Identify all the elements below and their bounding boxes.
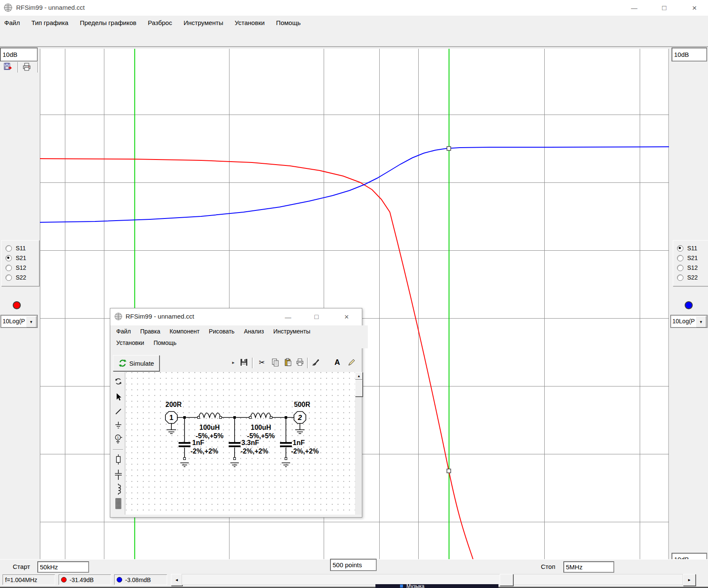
copy-icon (271, 358, 280, 367)
menu-settings[interactable]: Установки (235, 19, 265, 26)
schematic-title-bar[interactable]: RFSim99 - unnamed.cct — □ × (110, 308, 362, 325)
red-cursor-marker[interactable] (447, 469, 451, 473)
right-combo-button[interactable]: ▼ (696, 316, 706, 328)
right-format-combo[interactable]: 10Log(P ▼ (670, 315, 708, 328)
text-tool-button[interactable]: A (333, 357, 342, 368)
right-radio-s22[interactable]: S22 (677, 273, 698, 282)
right-radio-s11[interactable]: S11 (677, 244, 697, 252)
save-export-button[interactable] (1, 61, 15, 73)
inductor-tool[interactable] (113, 483, 123, 495)
menu-spread[interactable]: Разброс (148, 19, 172, 26)
wire-tool[interactable] (113, 406, 123, 417)
title-bar[interactable]: RFSim99 - unnamed.cct — □ × (0, 0, 708, 16)
left-radio-s11[interactable]: S11 (6, 244, 26, 252)
transformer-tool[interactable] (113, 498, 123, 510)
cursor-scroll-left-button[interactable]: ◄ (171, 574, 182, 586)
save-button[interactable] (238, 357, 249, 368)
left-format-combo[interactable]: 10Log(P ▼ (0, 315, 38, 328)
menu-help[interactable]: Помощь (276, 19, 301, 26)
toolbar-separator (17, 62, 19, 73)
right-radio-s21[interactable]: S21 (677, 254, 698, 262)
menu-graph-type[interactable]: Тип графика (31, 19, 68, 26)
scroll-right-icon: ► (688, 578, 691, 582)
blue-trace-readout: -3.08mdB (114, 574, 167, 585)
scroll-up-icon: ▲ (357, 374, 361, 378)
scroll-up-button[interactable]: ▲ (355, 372, 363, 380)
capacitor-tool[interactable] (113, 469, 123, 481)
left-radio-s21[interactable]: S21 (6, 254, 26, 262)
left-radio-s22[interactable]: S22 (6, 273, 26, 282)
simulate-button[interactable]: Simulate (113, 355, 160, 371)
menu-file[interactable]: Файл (116, 328, 131, 335)
menu-help[interactable]: Помощь (154, 339, 176, 346)
cut-button[interactable]: ✂ (256, 357, 267, 368)
c3-tolerance: -2%,+2% (291, 448, 319, 455)
partial-toolbar-icon[interactable]: ▸ (230, 357, 236, 368)
paste-button[interactable] (283, 357, 294, 368)
menu-component[interactable]: Компонент (170, 328, 200, 335)
schematic-canvas[interactable]: 200R 500R 1 2 100uH -5%,+5% 100uH -5%,+5… (126, 372, 355, 515)
maximize-button[interactable]: □ (308, 308, 325, 325)
paint-button[interactable] (311, 357, 322, 368)
toolbar-separator (37, 62, 39, 73)
menu-tools[interactable]: Инструменты (184, 19, 224, 26)
left-trace-selector: S11 S21 S12 S22 (1, 240, 39, 286)
ground-tool[interactable] (113, 419, 123, 431)
close-icon: × (344, 313, 349, 322)
minimize-button[interactable]: — (625, 0, 644, 16)
start-frequency-input[interactable]: 50kHz (37, 561, 89, 573)
palette-divider (113, 449, 123, 450)
menu-draw[interactable]: Рисовать (209, 328, 235, 335)
left-scale-value: 10dB (3, 51, 17, 58)
l2-tolerance: -5%,+5% (247, 432, 274, 440)
right-scale-input[interactable]: 10dB (672, 48, 707, 62)
rotate-tool[interactable] (113, 375, 123, 387)
right-radio-s12[interactable]: S12 (677, 263, 698, 272)
close-button[interactable]: × (338, 308, 355, 325)
blue-cursor-marker[interactable] (447, 147, 451, 151)
menu-graph-limits[interactable]: Пределы графиков (80, 19, 136, 26)
print-button[interactable] (20, 61, 34, 73)
cursor-scrollbar-thumb[interactable] (500, 574, 513, 586)
menu-tools[interactable]: Инструменты (273, 328, 310, 335)
left-combo-button[interactable]: ▼ (26, 316, 36, 328)
pencil-button[interactable] (346, 357, 357, 368)
radio-label: S22 (16, 274, 26, 281)
taskbar-fragment[interactable]: Музыка (375, 584, 498, 588)
close-button[interactable]: × (685, 0, 704, 16)
rotate-icon (114, 377, 123, 386)
l1-value: 100uH (199, 424, 220, 431)
cursor-scrollbar-track[interactable] (182, 574, 683, 585)
save-export-icon (3, 62, 13, 72)
transformer-icon (114, 498, 123, 510)
radio-icon-selected (6, 255, 12, 261)
schematic-window[interactable]: RFSim99 - unnamed.cct — □ × Файл Правка … (110, 308, 362, 518)
start-frequency-value: 50kHz (40, 563, 58, 571)
left-scale-input[interactable]: 10dB (0, 48, 38, 62)
cursor-scroll-right-button[interactable]: ► (683, 574, 696, 586)
scroll-thumb[interactable] (355, 380, 363, 397)
radio-label: S21 (687, 255, 698, 261)
minimize-button[interactable]: — (280, 308, 297, 325)
toolbar-separator (307, 358, 309, 368)
left-radio-s12[interactable]: S12 (6, 263, 26, 272)
resistor-icon (114, 454, 123, 465)
menu-file[interactable]: Файл (4, 19, 20, 26)
stop-frequency-input[interactable]: 5MHz (563, 561, 614, 573)
print-button[interactable] (294, 357, 305, 368)
canvas-scrollbar[interactable]: ▲ (355, 372, 362, 515)
port-tool[interactable]: 1 (113, 433, 123, 445)
points-value: 500 points (333, 561, 362, 568)
copy-button[interactable] (270, 357, 281, 368)
menu-analysis[interactable]: Анализ (244, 328, 264, 335)
maximize-icon: □ (662, 4, 666, 12)
select-tool[interactable] (113, 391, 123, 403)
radio-label: S11 (687, 245, 697, 252)
maximize-button[interactable]: □ (655, 0, 674, 16)
simulate-label: Simulate (129, 360, 154, 367)
resistor-tool[interactable] (113, 454, 123, 465)
menu-settings[interactable]: Установки (116, 339, 144, 346)
scroll-left-icon: ◄ (175, 578, 179, 582)
menu-edit[interactable]: Правка (140, 328, 160, 335)
points-input[interactable]: 500 points (330, 559, 377, 571)
